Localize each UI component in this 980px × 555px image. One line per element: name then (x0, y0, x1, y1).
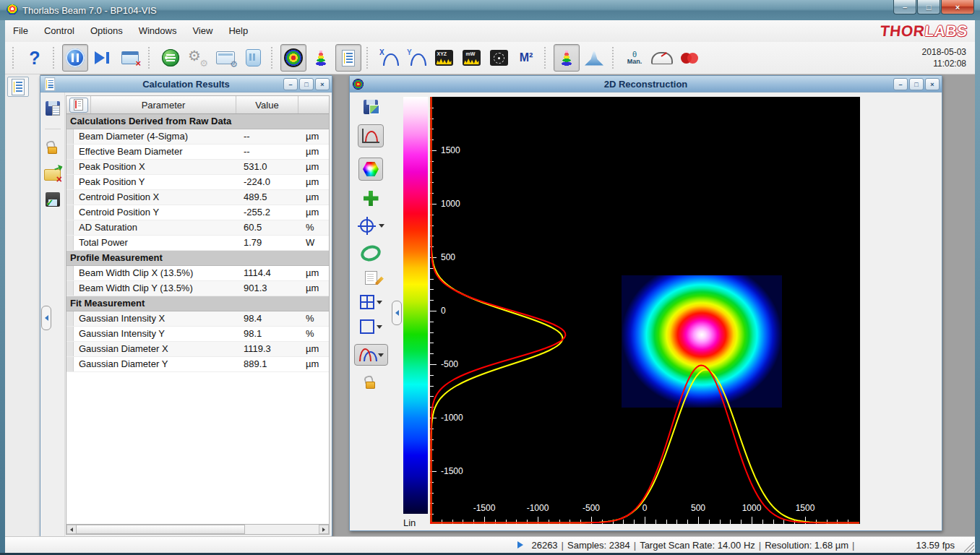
save-results-button[interactable] (46, 101, 60, 116)
calculation-results-button[interactable] (335, 44, 361, 72)
status-bar: 26263 | Samples: 2384 | Target Scan Rate… (5, 536, 975, 553)
clear-button[interactable] (240, 44, 266, 72)
save-test-settings-button[interactable] (46, 192, 60, 207)
table-row[interactable]: Centroid Position X489.5µm (66, 190, 329, 205)
edit-area-button[interactable] (365, 271, 377, 285)
device-connect-button[interactable] (158, 44, 184, 72)
calc-collapse-handle[interactable] (41, 306, 51, 330)
scroll-right-arrow[interactable] (319, 525, 329, 534)
dropdown-caret[interactable] (377, 325, 382, 329)
calculation-results-dock-button[interactable] (7, 77, 29, 97)
table-row[interactable]: Beam Width Clip Y (13.5%)901.3µm (66, 281, 329, 296)
table-row[interactable]: AD Saturation60.5% (66, 220, 329, 236)
toolbar-separator (544, 47, 549, 69)
horizontal-scrollbar[interactable] (66, 524, 330, 535)
minimize-button[interactable]: – (893, 0, 916, 14)
table-config-cell (66, 96, 91, 113)
window-titlebar[interactable]: Thorlabs Beam 7.0 - BP104-VIS (0, 0, 980, 20)
dropdown-caret[interactable] (378, 353, 384, 357)
calc-maximize-button[interactable]: □ (299, 78, 314, 90)
grid-tool-button[interactable] (360, 295, 382, 309)
y-profile-button[interactable] (403, 44, 429, 72)
menu-options[interactable]: Options (82, 20, 131, 42)
add-calculation-area-button[interactable] (364, 191, 379, 206)
save-image-button[interactable] (364, 100, 378, 114)
cell-unit: % (298, 220, 329, 235)
lock-cursor-button[interactable] (364, 376, 377, 390)
recon-minimize-button[interactable]: – (893, 78, 908, 90)
recon-titlebar[interactable]: 2D Reconstruction – □ × (350, 76, 942, 92)
column-header-value[interactable]: Value (236, 96, 298, 113)
x-profile-button[interactable] (376, 44, 402, 72)
calc-minimize-button[interactable]: – (283, 78, 298, 90)
recon-collapse-handle[interactable] (392, 301, 402, 325)
dropdown-caret[interactable] (379, 224, 384, 228)
table-row[interactable]: Peak Position X531.0µm (66, 160, 329, 175)
calc-titlebar[interactable]: Calculation Results – □ × (40, 76, 332, 92)
cell-unit: % (298, 311, 329, 326)
table-row[interactable]: Total Power1.79W (66, 236, 329, 251)
menu-windows[interactable]: Windows (131, 20, 185, 42)
table-row[interactable]: Beam Diameter (4-Sigma)--µm (66, 129, 329, 145)
reconstruction-2d-button[interactable] (554, 44, 580, 72)
scrollbar-thumb[interactable] (76, 525, 245, 534)
table-config-button[interactable] (69, 98, 88, 113)
settings-icon (188, 48, 208, 67)
maximize-button[interactable]: □ (917, 0, 940, 14)
device-settings-button[interactable] (212, 44, 238, 72)
table-row[interactable]: Centroid Position Y-255.2µm (66, 205, 329, 220)
power-meter-icon (651, 52, 673, 64)
menu-file[interactable]: File (5, 20, 36, 42)
column-header-parameter[interactable]: Parameter (91, 96, 236, 113)
table-row[interactable]: Gaussian Diameter Y889.1µm (66, 357, 329, 372)
help-icon[interactable]: ? (22, 44, 48, 72)
m-squared-button[interactable]: M² (513, 44, 539, 72)
resize-grip[interactable] (964, 542, 974, 552)
target-view-button[interactable] (280, 44, 306, 72)
row-gutter (66, 236, 74, 250)
manual-mode-button[interactable]: Man. (622, 44, 648, 72)
pointing-stability-button[interactable] (486, 44, 512, 72)
menu-help[interactable]: Help (220, 20, 256, 42)
table-row[interactable]: Gaussian Intensity Y98.1% (66, 327, 329, 342)
scroll-left-arrow[interactable] (66, 525, 77, 534)
table-row[interactable]: Gaussian Diameter X1119.3µm (66, 342, 329, 357)
pause-acquisition-button[interactable] (62, 44, 88, 72)
profile-curves-button[interactable] (358, 124, 384, 147)
window-title: Thorlabs Beam 7.0 - BP104-VIS (22, 5, 157, 16)
table-row[interactable]: Beam Width Clip X (13.5%)1114.4µm (66, 266, 329, 281)
reconstruction-plot[interactable]: 150010005000-500-1000-1500-1500-1000-500… (430, 97, 860, 524)
calc-close-button[interactable]: × (315, 78, 330, 90)
list-icon (12, 79, 25, 95)
cell-val: 889.1 (236, 357, 298, 371)
cell-unit: µm (298, 190, 329, 205)
rectangle-tool-button[interactable] (360, 319, 382, 334)
crosshair-tool-button[interactable] (357, 216, 384, 236)
recon-close-button[interactable]: × (925, 78, 940, 90)
table-row[interactable]: Effective Beam Diameter--µm (66, 145, 329, 160)
power-spectrum-button[interactable] (458, 44, 484, 72)
recon-maximize-button[interactable]: □ (909, 78, 924, 90)
dropdown-caret[interactable] (377, 301, 382, 304)
settings-button[interactable] (185, 44, 211, 72)
load-test-settings-button[interactable] (44, 166, 61, 181)
table-row[interactable]: Peak Position Y-224.0µm (66, 175, 329, 190)
table-row[interactable]: Gaussian Intensity X98.4% (66, 311, 329, 327)
beam-overlap-button[interactable] (676, 44, 702, 72)
ellipse-tool-button[interactable] (361, 246, 381, 261)
close-button[interactable]: × (941, 0, 974, 14)
menu-control[interactable]: Control (36, 20, 82, 42)
crosshair-tool-icon (360, 219, 374, 233)
menu-view[interactable]: View (184, 20, 220, 42)
beam-profile-button[interactable] (308, 44, 334, 72)
cell-param: Beam Width Clip Y (13.5%) (74, 281, 236, 296)
power-spectrum-icon (463, 50, 481, 66)
xyz-spectrum-button[interactable] (431, 44, 457, 72)
lock-results-button[interactable] (46, 141, 59, 155)
close-scan-button[interactable] (117, 44, 143, 72)
power-meter-button[interactable] (649, 44, 675, 72)
color-palette-button[interactable] (358, 158, 383, 181)
single-acquisition-button[interactable] (90, 44, 116, 72)
profile-display-button[interactable] (354, 344, 388, 366)
reconstruction-3d-button[interactable] (581, 44, 607, 72)
